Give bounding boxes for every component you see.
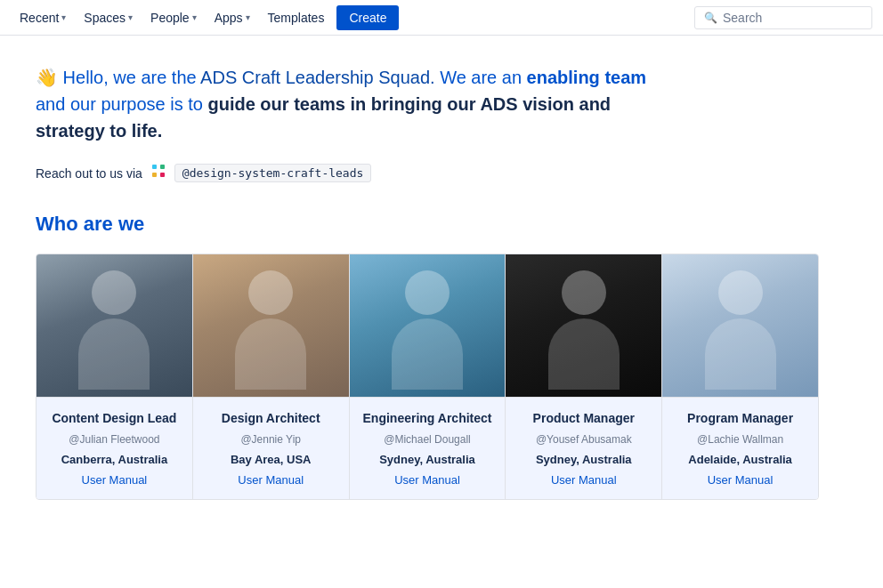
svg-rect-2 xyxy=(152,173,157,177)
handle-4: @Yousef Abusamak xyxy=(536,433,632,446)
role-title-1: Content Design Lead xyxy=(52,410,176,426)
hero-enabling-intro: We are an xyxy=(440,68,526,87)
svg-rect-3 xyxy=(160,173,165,177)
location-2: Bay Area, USA xyxy=(231,453,312,466)
hero-text: 👋 Hello, we are the ADS Craft Leadership… xyxy=(36,64,819,144)
team-photo-1 xyxy=(36,254,193,397)
user-manual-link-4[interactable]: User Manual xyxy=(551,473,617,487)
svg-rect-0 xyxy=(152,165,157,169)
role-title-4: Product Manager xyxy=(533,410,635,426)
nav-templates-label: Templates xyxy=(268,11,325,25)
slack-handle[interactable]: @design-system-craft-leads xyxy=(174,164,372,182)
team-info-row: Content Design Lead@Julian FleetwoodCanb… xyxy=(36,397,818,499)
user-manual-link-3[interactable]: User Manual xyxy=(394,473,460,487)
team-photo-2 xyxy=(193,254,350,397)
svg-rect-1 xyxy=(160,165,165,169)
hero-emoji: 👋 xyxy=(36,68,63,87)
reach-out-label: Reach out to us via xyxy=(36,166,142,181)
nav-recent-label: Recent xyxy=(20,11,59,25)
nav-people-label: People xyxy=(150,11,190,25)
recent-chevron-icon: ▾ xyxy=(61,12,66,22)
nav-people[interactable]: People ▾ xyxy=(142,0,206,35)
team-info-cell-5: Program Manager@Lachie WallmanAdelaide, … xyxy=(662,397,818,499)
hero-intro: Hello, we are the xyxy=(63,68,201,87)
spaces-chevron-icon: ▾ xyxy=(128,12,133,22)
search-icon: 🔍 xyxy=(704,12,717,24)
handle-3: @Michael Dougall xyxy=(384,433,471,446)
who-are-we-title: Who are we xyxy=(36,213,819,236)
create-button[interactable]: Create xyxy=(336,5,399,30)
role-title-5: Program Manager xyxy=(687,410,793,426)
handle-1: @Julian Fleetwood xyxy=(69,433,159,446)
location-3: Sydney, Australia xyxy=(379,453,475,466)
navbar: Recent ▾ Spaces ▾ People ▾ Apps ▾ Templa… xyxy=(0,0,883,36)
role-title-2: Design Architect xyxy=(222,410,320,426)
hero-enabling-team: enabling team xyxy=(527,68,646,87)
hero-purpose-text: guide our teams in bringing our ADS visi… xyxy=(207,94,611,114)
handle-2: @Jennie Yip xyxy=(240,433,301,446)
nav-spaces[interactable]: Spaces ▾ xyxy=(75,0,142,35)
user-manual-link-5[interactable]: User Manual xyxy=(708,473,774,487)
apps-chevron-icon: ▾ xyxy=(246,12,250,22)
team-photo-4 xyxy=(506,254,662,397)
location-5: Adelaide, Australia xyxy=(688,453,792,466)
team-photos-row xyxy=(36,254,818,397)
hero-purpose-intro: and our purpose is to xyxy=(36,94,207,114)
team-info-cell-1: Content Design Lead@Julian FleetwoodCanb… xyxy=(36,397,193,499)
team-photo-5 xyxy=(662,254,818,397)
handle-5: @Lachie Wallman xyxy=(697,433,783,446)
nav-apps-label: Apps xyxy=(215,11,243,25)
nav-spaces-label: Spaces xyxy=(84,11,126,25)
user-manual-link-1[interactable]: User Manual xyxy=(82,473,148,487)
nav-recent[interactable]: Recent ▾ xyxy=(11,0,75,35)
team-info-cell-2: Design Architect@Jennie YipBay Area, USA… xyxy=(193,397,350,499)
slack-icon xyxy=(150,162,167,184)
people-chevron-icon: ▾ xyxy=(192,12,197,22)
location-1: Canberra, Australia xyxy=(61,453,167,466)
user-manual-link-2[interactable]: User Manual xyxy=(238,473,304,487)
search-placeholder: Search xyxy=(723,11,762,25)
team-info-cell-4: Product Manager@Yousef AbusamakSydney, A… xyxy=(506,397,662,499)
search-box[interactable]: 🔍 Search xyxy=(694,6,872,29)
main-content: 👋 Hello, we are the ADS Craft Leadership… xyxy=(0,36,855,528)
location-4: Sydney, Australia xyxy=(536,453,632,466)
nav-apps[interactable]: Apps ▾ xyxy=(206,0,259,35)
role-title-3: Engineering Architect xyxy=(363,410,492,426)
hero-squad-name: ADS Craft Leadership Squad. xyxy=(200,68,440,87)
hero-strategy-text: strategy to life. xyxy=(36,121,162,141)
team-table: Content Design Lead@Julian FleetwoodCanb… xyxy=(36,254,819,500)
nav-templates[interactable]: Templates xyxy=(259,0,334,35)
team-photo-3 xyxy=(350,254,506,397)
reach-out-section: Reach out to us via @design-system-craft… xyxy=(36,162,819,184)
team-info-cell-3: Engineering Architect@Michael DougallSyd… xyxy=(350,397,506,499)
